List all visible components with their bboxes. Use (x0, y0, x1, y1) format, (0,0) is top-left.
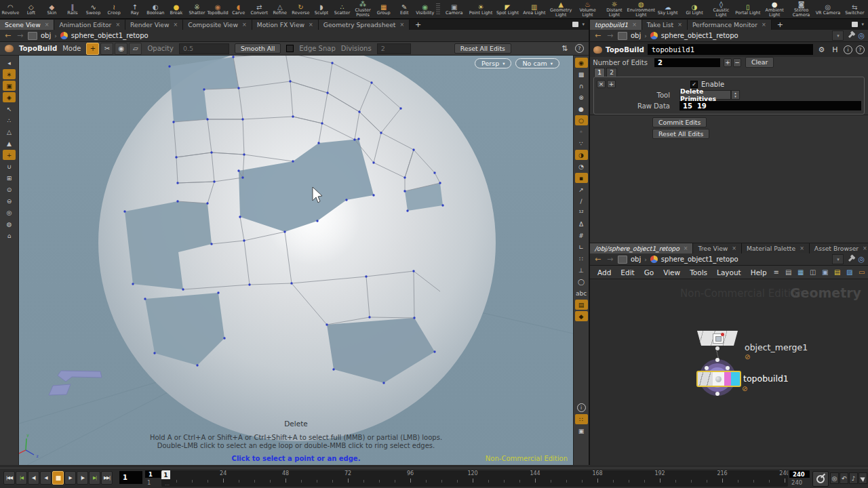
visibility-eye-icon[interactable]: ◉ (575, 58, 588, 68)
node-connector[interactable] (726, 366, 730, 370)
menu-layout[interactable]: Layout (712, 268, 746, 277)
marker-icon[interactable]: ◆ (575, 311, 588, 321)
reset-all-edits-button[interactable]: Reset All Edits (454, 43, 511, 54)
breadcrumb-context[interactable]: obj (41, 32, 51, 39)
pane-menu-icon[interactable]: ▾ (582, 22, 585, 27)
shelf-tool-shatter[interactable]: ※ Shatter (186, 0, 208, 18)
topobuild-brush-icon[interactable]: ▱ (129, 43, 142, 55)
sticky-note-icon[interactable]: ▤ (833, 268, 842, 277)
menu-tools[interactable]: Tools (685, 268, 712, 277)
next-key-button[interactable]: ▶| (89, 471, 100, 485)
commit-edits-button[interactable]: Commit Edits (652, 117, 707, 127)
number-of-edits-field[interactable]: 2 (654, 58, 720, 67)
pin-icon[interactable] (848, 257, 853, 262)
node-badge-icon[interactable]: ⊘ (745, 354, 750, 361)
back-button[interactable]: ← (593, 32, 602, 39)
prim-numbers-icon[interactable]: # (575, 230, 588, 241)
shelf-tool-reverse[interactable]: ↻ Reverse (290, 0, 311, 18)
help-icon[interactable]: ? (856, 45, 865, 54)
pane-maximize-icon[interactable] (572, 22, 578, 27)
point-vectors-icon[interactable]: ∕ (575, 196, 588, 206)
reset-all-edits-button[interactable]: Reset All Edits (652, 129, 709, 139)
tab-close-icon[interactable]: × (677, 22, 682, 28)
edge-snap-checkbox[interactable] (286, 45, 294, 52)
shelf-tool-point-light[interactable]: ☀ Point Light (467, 0, 494, 18)
tab-close-icon[interactable]: × (800, 245, 804, 251)
pane-menu-icon[interactable]: ▾ (861, 22, 864, 27)
menu-view[interactable]: View (658, 268, 685, 277)
shelf-tool-group[interactable]: ▦ Group (373, 0, 394, 18)
shelf-tool-camera[interactable]: ▣ Camera (441, 0, 467, 18)
show-handles-icon[interactable]: ∗ (3, 69, 16, 79)
shelf-tool-rails[interactable]: ∥ Rails (62, 0, 83, 18)
node-input-connector[interactable] (715, 358, 719, 362)
play-button[interactable]: ▶ (64, 471, 76, 485)
info-icon[interactable]: i (575, 403, 588, 413)
node-label-object-merge1[interactable]: object_merge1 (745, 342, 808, 352)
node-name-field[interactable]: topobuild1 (648, 44, 813, 55)
light-single-icon[interactable]: ◦ (575, 127, 588, 137)
tab-obj-sphere-retopo[interactable]: /obj/sphere_object1_retopo × (590, 243, 693, 253)
circle-handle-icon[interactable]: ◯ (575, 277, 588, 287)
tab-close-icon[interactable]: × (309, 22, 313, 28)
background-image-icon[interactable]: ▨ (845, 268, 854, 277)
path-dropdown-icon[interactable]: ▾ (832, 30, 844, 41)
headlight-off-icon[interactable]: ⊗ (575, 92, 588, 102)
info-icon[interactable]: i (844, 45, 852, 54)
lock-view-icon[interactable]: ∩ (575, 81, 588, 91)
menu-add[interactable]: Add (593, 268, 616, 277)
network-grid-icon[interactable]: ▦ (796, 268, 806, 277)
shelf-tool-convert[interactable]: ⇄ Convert (249, 0, 270, 18)
viewport[interactable]: xyz Persp ▾ No cam ▾ Delete Hold A or Ct… (19, 56, 573, 465)
gear-icon[interactable]: ⚙ (816, 45, 827, 54)
select-mode-icon[interactable]: ↖ (3, 104, 16, 114)
snap-off-icon[interactable]: ∪ (3, 161, 16, 171)
display-grid-icon[interactable]: ∷ (575, 253, 588, 264)
back-button[interactable]: ← (3, 32, 12, 39)
layout-grid-icon[interactable]: ∷ (575, 414, 588, 424)
shelf-tool-geometry-light[interactable]: ▲ Geometry Light (548, 0, 574, 18)
camera-cone-icon[interactable]: ⊥ (575, 265, 588, 275)
node-connector[interactable] (705, 366, 709, 370)
open-floating-icon[interactable]: H (830, 45, 840, 54)
shelf-tool-environment-light[interactable]: ◍ Environment Light (628, 0, 654, 18)
remove-edit-button[interactable]: × (597, 80, 606, 88)
forward-button[interactable]: → (606, 32, 614, 39)
tab-animation-editor[interactable]: Animation Editor × (54, 20, 125, 30)
radial-menu-icon[interactable]: ◎ (858, 32, 865, 39)
shelf-tool-volume-light[interactable]: ♨ Volume Light (574, 0, 601, 18)
jump-start-button[interactable]: |◀◀ (3, 471, 15, 485)
shelf-tool-break[interactable]: ● Break (166, 0, 187, 18)
select-points-icon[interactable]: ∴ (3, 115, 16, 125)
forward-button[interactable]: → (16, 32, 24, 39)
breadcrumb-node[interactable]: sphere_object1_retopo (661, 256, 738, 263)
jump-end-button[interactable]: ▶▶| (101, 471, 113, 485)
play-reverse-button[interactable]: ◀ (40, 471, 52, 485)
network-box-icon[interactable]: ▭ (857, 268, 867, 277)
select-edges-icon[interactable]: △ (3, 127, 16, 137)
shelf-tool-distant-light[interactable]: ☼ Distant Light (601, 0, 627, 18)
show-geometry-icon[interactable]: ▣ (3, 81, 16, 91)
divisions-field[interactable]: 2 (377, 43, 411, 54)
node-output-connector[interactable] (715, 392, 719, 396)
pin-icon[interactable] (848, 33, 853, 38)
shading-mode-icon[interactable]: ◑ (575, 150, 588, 160)
increment-button[interactable]: + (724, 58, 732, 67)
tab-composite-view[interactable]: Composite View × (183, 20, 252, 30)
display-points-icon[interactable]: ▪ (575, 173, 588, 183)
spin-down-icon[interactable]: ▾ (734, 95, 736, 98)
tab-close-icon[interactable]: × (863, 245, 867, 251)
shelf-tool-gi-light[interactable]: ◑ GI Light (681, 0, 707, 18)
shelf-tool-spot-light[interactable]: ◤ Spot Light (494, 0, 521, 18)
multiparm-tab-2[interactable]: 2 (606, 68, 617, 77)
smooth-all-button[interactable]: Smooth All (235, 43, 281, 54)
shelf-tool-stereo-camera[interactable]: ◙ Stereo Camera (788, 0, 814, 18)
node-badge-icon[interactable]: ⊘ (742, 386, 747, 392)
shelf-tool-carve[interactable]: ◖ Carve (228, 0, 249, 18)
display-options-icon[interactable]: ⇅ (559, 44, 570, 53)
snap-grid-icon[interactable]: ⊞ (3, 173, 16, 183)
radial-menu-icon[interactable]: ◎ (858, 256, 865, 263)
menu-go[interactable]: Go (639, 268, 659, 277)
path-dropdown-icon[interactable]: ▾ (832, 254, 844, 264)
tab-close-icon[interactable]: × (762, 22, 766, 28)
